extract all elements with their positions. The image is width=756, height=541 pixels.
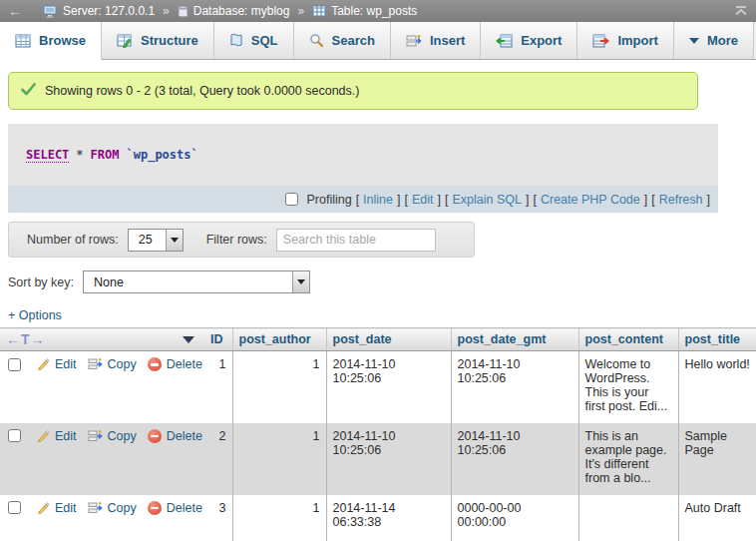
edit-row-link[interactable]: Edit bbox=[55, 501, 77, 515]
profiling-checkbox[interactable] bbox=[285, 193, 298, 206]
row-select-checkbox[interactable] bbox=[8, 358, 21, 371]
bracket: [ bbox=[445, 193, 448, 207]
cell-post-date: 2014-11-14 06:33:38 bbox=[326, 495, 451, 541]
column-header-post-author[interactable]: post_author bbox=[232, 328, 326, 351]
bracket: [ bbox=[533, 193, 536, 207]
with-selected-dropdown-icon[interactable] bbox=[183, 336, 194, 343]
rows-per-page-select[interactable]: 25 bbox=[128, 229, 184, 252]
copy-row-link[interactable]: Copy bbox=[108, 357, 137, 371]
row-select-checkbox[interactable] bbox=[8, 501, 21, 514]
breadcrumb-separator: » bbox=[297, 4, 304, 18]
tab-insert[interactable]: Insert bbox=[391, 22, 481, 59]
edit-query-link[interactable]: Edit bbox=[412, 193, 434, 207]
bracket: [ bbox=[404, 193, 407, 207]
delete-icon bbox=[148, 429, 162, 443]
tab-sql-label: SQL bbox=[251, 33, 278, 48]
refresh-link[interactable]: Refresh bbox=[659, 193, 703, 207]
bracket: ] bbox=[397, 193, 400, 207]
cell-post-author: 1 bbox=[232, 495, 326, 541]
browse-icon bbox=[15, 34, 31, 48]
copy-icon bbox=[88, 357, 103, 371]
cell-post-date-gmt: 2014-11-10 10:25:06 bbox=[451, 423, 578, 495]
tab-sql[interactable]: SQL bbox=[214, 22, 294, 59]
table-row: Edit Copy Delete 3 1 2014-11-14 06:33:38… bbox=[0, 495, 756, 541]
sort-control-bar: Sort by key: None bbox=[8, 270, 756, 293]
bracket: ] bbox=[526, 193, 529, 207]
edit-row-link[interactable]: Edit bbox=[55, 429, 77, 443]
server-icon bbox=[43, 5, 58, 18]
tab-structure[interactable]: Structure bbox=[102, 22, 214, 59]
cell-id: 2 bbox=[204, 423, 232, 495]
rows-control-bar: Number of rows: 25 Filter rows: bbox=[8, 222, 475, 258]
copy-icon bbox=[88, 501, 103, 515]
sql-keyword-select: SELECT bbox=[26, 148, 69, 162]
tab-browse-label: Browse bbox=[39, 33, 86, 48]
back-arrow-icon[interactable]: ← bbox=[8, 3, 22, 19]
tab-more[interactable]: More bbox=[674, 22, 754, 59]
tab-insert-label: Insert bbox=[430, 33, 465, 48]
export-icon bbox=[496, 34, 513, 48]
column-nav-icon[interactable]: ←T→ bbox=[6, 331, 46, 347]
row-select-checkbox[interactable] bbox=[8, 429, 21, 442]
tab-browse[interactable]: Browse bbox=[0, 22, 102, 60]
bracket: ] bbox=[707, 193, 710, 207]
import-icon bbox=[592, 34, 609, 48]
sort-key-value: None bbox=[84, 271, 292, 292]
filter-rows-input[interactable] bbox=[276, 229, 436, 252]
bracket: [ bbox=[356, 193, 359, 207]
column-header-post-date-gmt[interactable]: post_date_gmt bbox=[451, 328, 578, 351]
database-icon bbox=[178, 5, 189, 18]
inline-link[interactable]: Inline bbox=[363, 193, 393, 207]
copy-row-link[interactable]: Copy bbox=[108, 501, 137, 515]
tab-more-label: More bbox=[707, 33, 738, 48]
bracket: ] bbox=[644, 193, 647, 207]
tab-search-label: Search bbox=[332, 33, 375, 48]
column-header-post-title[interactable]: post_title bbox=[678, 328, 756, 351]
delete-row-link[interactable]: Delete bbox=[167, 357, 202, 371]
edit-row-link[interactable]: Edit bbox=[55, 357, 77, 371]
column-header-id[interactable]: ID bbox=[204, 328, 232, 351]
explain-sql-link[interactable]: Explain SQL bbox=[452, 193, 521, 207]
collapse-panel-icon[interactable] bbox=[734, 6, 748, 16]
search-icon bbox=[309, 33, 324, 48]
breadcrumb-database[interactable]: Database: myblog bbox=[178, 4, 290, 18]
bracket: [ bbox=[651, 193, 654, 207]
result-status-message: Showing rows 0 - 2 (3 total, Query took … bbox=[8, 72, 698, 110]
tab-search[interactable]: Search bbox=[294, 22, 391, 59]
sql-keyword-from: FROM bbox=[91, 148, 120, 162]
pencil-icon bbox=[36, 501, 50, 515]
copy-icon bbox=[88, 429, 103, 443]
page-tabs: Browse Structure SQL Search Insert Expor… bbox=[0, 22, 756, 60]
filter-rows-label: Filter rows: bbox=[206, 233, 267, 247]
cell-id: 3 bbox=[204, 495, 232, 541]
delete-icon bbox=[148, 501, 162, 515]
bracket: ] bbox=[438, 193, 441, 207]
column-header-post-content[interactable]: post_content bbox=[578, 328, 678, 351]
insert-icon bbox=[406, 34, 422, 48]
select-arrow-icon bbox=[166, 230, 183, 251]
tab-export[interactable]: Export bbox=[481, 22, 577, 59]
cell-post-date: 2014-11-10 10:25:06 bbox=[326, 423, 451, 495]
breadcrumb-table[interactable]: Table: wp_posts bbox=[312, 4, 417, 18]
sql-icon bbox=[229, 33, 243, 48]
delete-row-link[interactable]: Delete bbox=[167, 501, 202, 515]
tab-import-label: Import bbox=[617, 33, 657, 48]
sql-star: * bbox=[76, 148, 83, 162]
copy-row-link[interactable]: Copy bbox=[108, 429, 137, 443]
delete-row-link[interactable]: Delete bbox=[167, 429, 202, 443]
rows-per-page-value: 25 bbox=[129, 230, 166, 251]
breadcrumb-server[interactable]: Server: 127.0.0.1 bbox=[43, 4, 155, 18]
cell-post-date-gmt: 2014-11-10 10:25:06 bbox=[451, 351, 578, 423]
column-header-post-date[interactable]: post_date bbox=[326, 328, 451, 351]
create-php-code-link[interactable]: Create PHP Code bbox=[541, 193, 640, 207]
sort-key-select[interactable]: None bbox=[83, 270, 310, 293]
chevron-down-icon bbox=[689, 38, 699, 44]
query-toolbar: Profiling [ Inline ] [ Edit ] [ Explain … bbox=[8, 186, 718, 213]
tab-structure-label: Structure bbox=[141, 33, 198, 48]
actions-header-cell: ←T→ bbox=[0, 328, 204, 351]
delete-icon bbox=[148, 357, 162, 371]
tab-import[interactable]: Import bbox=[577, 22, 673, 59]
select-arrow-icon bbox=[292, 271, 309, 292]
options-toggle-link[interactable]: + Options bbox=[8, 308, 756, 322]
table-icon bbox=[312, 5, 326, 17]
